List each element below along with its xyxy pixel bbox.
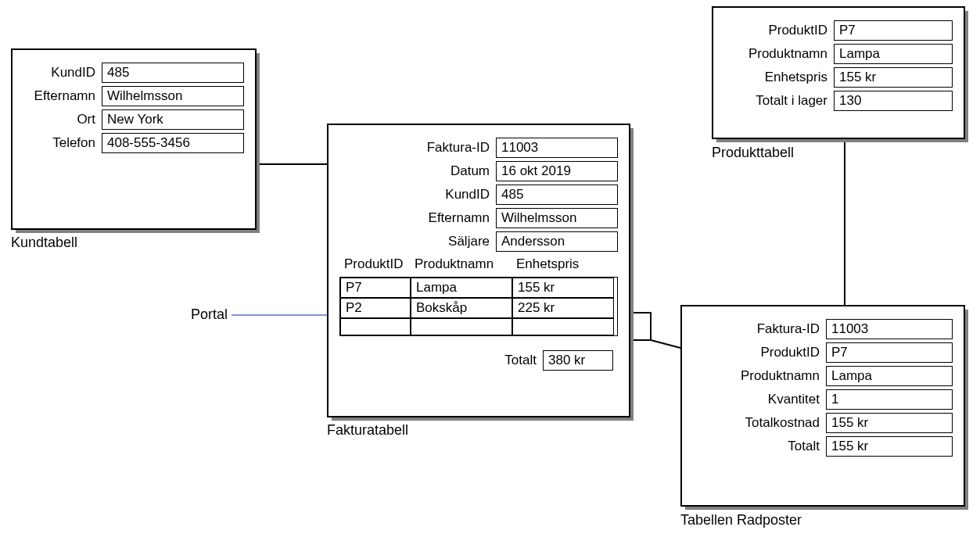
value-r-kvantitet: 1 — [826, 389, 953, 410]
portal-head-enhetspris: Enhetspris — [512, 256, 613, 272]
radposter-row-totalkostnad: Totalkostnad 155 kr — [693, 413, 953, 433]
label-p-produktnamn: Produktnamn — [724, 46, 834, 62]
faktura-row-efternamn: Efternamn Wilhelmsson — [339, 208, 618, 228]
produkt-row-produktnamn: Produktnamn Lampa — [724, 44, 953, 64]
label-r-totalt: Totalt — [693, 439, 826, 454]
value-saljare: Andersson — [496, 231, 618, 252]
value-r-produktnamn: Lampa — [826, 366, 953, 386]
value-p-enhetspris: 155 kr — [834, 67, 953, 88]
portal-head-produktid: ProduktID — [339, 256, 410, 272]
value-kundid: 485 — [102, 63, 244, 83]
portal-cell-enhetspris — [512, 318, 614, 335]
value-telefon: 408-555-3456 — [102, 133, 244, 153]
label-p-enhetspris: Enhetspris — [724, 70, 834, 85]
portal-cell-produktid — [340, 318, 411, 335]
value-r-totalkostnad: 155 kr — [826, 413, 953, 433]
radposter-card: Faktura-ID 11003 ProduktID P7 Produktnam… — [680, 305, 965, 507]
label-fakturaid: Faktura-ID — [339, 140, 496, 156]
label-telefon: Telefon — [23, 135, 102, 151]
portal-head-produktnamn: Produktnamn — [410, 256, 512, 272]
portal-cell-produktnamn — [411, 318, 512, 335]
label-p-lager: Totalt i lager — [724, 93, 834, 109]
faktura-row-saljare: Säljare Andersson — [339, 231, 618, 252]
portal-cell-enhetspris: 225 kr — [512, 298, 614, 318]
value-efternamn-f: Wilhelmsson — [496, 208, 618, 228]
kund-row-telefon: Telefon 408-555-3456 — [23, 133, 244, 153]
faktura-row-fakturaid: Faktura-ID 11003 — [339, 138, 618, 158]
label-r-kvantitet: Kvantitet — [693, 392, 826, 407]
faktura-card: Faktura-ID 11003 Datum 16 okt 2019 KundI… — [327, 124, 630, 417]
radposter-row-produktnamn: Produktnamn Lampa — [693, 366, 953, 386]
value-p-lager: 130 — [834, 91, 953, 111]
label-r-totalkostnad: Totalkostnad — [693, 415, 826, 431]
value-r-totalt: 155 kr — [826, 436, 953, 457]
portal-row — [340, 318, 617, 335]
value-datum: 16 okt 2019 — [496, 161, 618, 181]
kund-card: KundID 485 Efternamn Wilhelmsson Ort New… — [11, 48, 257, 230]
produkt-row-enhetspris: Enhetspris 155 kr — [724, 67, 953, 88]
label-efternamn: Efternamn — [23, 88, 102, 104]
faktura-caption: Fakturatabell — [327, 422, 408, 439]
produkt-row-lager: Totalt i lager 130 — [724, 91, 953, 111]
label-saljare: Säljare — [339, 234, 496, 249]
portal-row: P2 Bokskåp 225 kr — [340, 298, 617, 318]
portal-cell-produktid: P7 — [340, 278, 411, 298]
portal-cell-enhetspris: 155 kr — [512, 278, 614, 298]
produkt-caption: Produkttabell — [712, 145, 794, 161]
radposter-row-kvantitet: Kvantitet 1 — [693, 389, 953, 410]
label-ort: Ort — [23, 112, 102, 127]
label-kundid: KundID — [23, 65, 102, 81]
label-kundid-f: KundID — [339, 187, 496, 202]
produkt-row-produktid: ProduktID P7 — [724, 20, 953, 41]
kund-caption: Kundtabell — [11, 235, 77, 251]
label-efternamn-f: Efternamn — [339, 210, 496, 226]
produkt-card: ProduktID P7 Produktnamn Lampa Enhetspri… — [712, 6, 965, 139]
portal-annotation: Portal — [191, 306, 228, 323]
value-kundid-f: 485 — [496, 185, 618, 205]
svg-line-1 — [651, 340, 680, 348]
kund-row-ort: Ort New York — [23, 109, 244, 130]
portal-cell-produktid: P2 — [340, 298, 411, 318]
value-fakturaid: 11003 — [496, 138, 618, 158]
kund-row-kundid: KundID 485 — [23, 63, 244, 83]
label-datum: Datum — [339, 163, 496, 179]
faktura-row-kundid: KundID 485 — [339, 185, 618, 205]
portal-row: P7 Lampa 155 kr — [340, 278, 617, 298]
label-r-produktid: ProduktID — [693, 345, 826, 360]
kund-row-efternamn: Efternamn Wilhelmsson — [23, 86, 244, 106]
label-r-fakturaid: Faktura-ID — [693, 321, 826, 337]
value-p-produktnamn: Lampa — [834, 44, 953, 64]
faktura-row-datum: Datum 16 okt 2019 — [339, 161, 618, 181]
label-totalt: Totalt — [339, 353, 543, 368]
value-r-fakturaid: 11003 — [826, 319, 953, 339]
portal-header: ProduktID Produktnamn Enhetspris — [339, 256, 618, 272]
portal-cell-produktnamn: Lampa — [411, 278, 512, 298]
portal-table: P7 Lampa 155 kr P2 Bokskåp 225 kr — [339, 277, 618, 336]
portal-cell-produktnamn: Bokskåp — [411, 298, 512, 318]
label-p-produktid: ProduktID — [724, 23, 834, 38]
radposter-row-fakturaid: Faktura-ID 11003 — [693, 319, 953, 339]
radposter-caption: Tabellen Radposter — [680, 512, 802, 529]
radposter-row-totalt: Totalt 155 kr — [693, 436, 953, 457]
value-efternamn: Wilhelmsson — [102, 86, 244, 106]
value-totalt: 380 kr — [543, 350, 613, 371]
faktura-row-totalt: Totalt 380 kr — [339, 350, 618, 371]
label-r-produktnamn: Produktnamn — [693, 368, 826, 384]
value-ort: New York — [102, 109, 244, 130]
radposter-row-produktid: ProduktID P7 — [693, 342, 953, 363]
value-p-produktid: P7 — [834, 20, 953, 41]
value-r-produktid: P7 — [826, 342, 953, 363]
